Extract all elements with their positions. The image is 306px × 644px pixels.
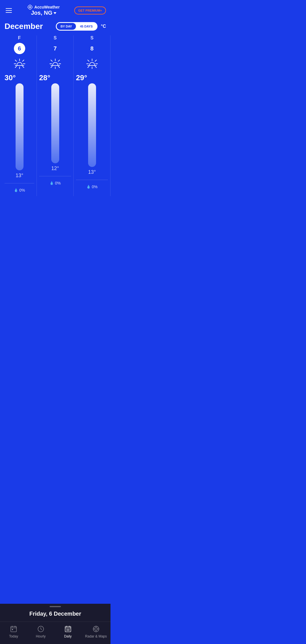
divider (76, 180, 108, 180)
temp-bar (51, 83, 59, 163)
unit-label[interactable]: °C (101, 24, 106, 29)
precip-row: 💧 0% (14, 188, 25, 192)
divider (5, 183, 34, 183)
day-number: 8 (86, 43, 98, 54)
accuweather-logo-icon (27, 5, 33, 10)
precip-value: 0% (92, 185, 97, 189)
header: AccuWeather Jos, NG GET PREMIUM+ (0, 0, 110, 20)
precip-value: 0% (19, 188, 25, 192)
svg-line-12 (22, 60, 24, 62)
temp-low: 13° (16, 173, 23, 179)
weather-icon (49, 59, 61, 69)
temp-high: 28° (39, 73, 50, 82)
view-toggle: BY DAY 45 DAYS (56, 22, 97, 31)
calendar-grid: F 6 30° 13° (0, 35, 110, 196)
location-text: Jos, NG (31, 10, 52, 16)
month-title: December (5, 22, 43, 31)
day-name: F (18, 35, 21, 41)
location-selector[interactable]: Jos, NG (31, 10, 56, 16)
rain-drop-icon: 💧 (86, 185, 91, 189)
premium-button[interactable]: GET PREMIUM+ (74, 7, 106, 14)
weather-icon-container (13, 59, 26, 70)
day-col[interactable]: F 6 30° 13° (0, 35, 37, 196)
temp-high: 29° (76, 73, 87, 82)
controls-right: BY DAY 45 DAYS °C (56, 22, 106, 31)
by-day-toggle[interactable]: BY DAY (57, 23, 76, 30)
rain-drop-icon: 💧 (50, 181, 54, 185)
rain-drop-icon: 💧 (14, 188, 18, 192)
weather-icon (13, 59, 26, 69)
svg-line-22 (58, 66, 60, 68)
day-col[interactable]: S 8 29° 13° (74, 35, 110, 196)
divider (39, 176, 71, 176)
chevron-down-icon (54, 12, 56, 14)
day-col-inner: F 6 30° 13° (5, 35, 34, 192)
svg-line-35 (88, 66, 89, 68)
svg-line-21 (51, 60, 52, 62)
precip-row: 💧 0% (86, 185, 97, 189)
day-col[interactable]: S 7 28° 12° (37, 35, 74, 196)
svg-point-1 (29, 6, 31, 8)
day-name: S (90, 35, 94, 41)
weather-icon-container (86, 59, 98, 70)
header-center: AccuWeather Jos, NG (27, 5, 60, 16)
controls-row: December BY DAY 45 DAYS °C (0, 20, 110, 35)
day-col-inner: S 8 29° 13° (76, 35, 108, 189)
temp-bar (88, 83, 96, 167)
svg-line-13 (15, 66, 17, 68)
precip-row: 💧 0% (50, 181, 61, 185)
svg-line-10 (15, 60, 17, 62)
weather-icon (86, 59, 98, 69)
svg-line-23 (58, 60, 60, 62)
temp-low: 13° (88, 169, 96, 175)
day-number: 7 (50, 43, 61, 54)
menu-button[interactable] (5, 7, 13, 14)
weather-icon-container (49, 59, 61, 70)
day-name: S (54, 35, 57, 41)
precip-value: 0% (55, 181, 61, 185)
45-days-toggle[interactable]: 45 DAYS (76, 23, 97, 30)
temp-bar (16, 83, 24, 170)
calendar-scroll: F 6 30° 13° (0, 35, 110, 198)
svg-line-34 (95, 60, 97, 62)
day-number: 6 (14, 43, 25, 54)
temp-high: 30° (5, 73, 16, 82)
svg-line-11 (22, 66, 24, 68)
svg-line-32 (88, 60, 89, 62)
logo-row: AccuWeather (27, 5, 60, 10)
day-col-inner: S 7 28° 12° (39, 35, 71, 185)
svg-line-33 (95, 66, 97, 68)
temp-low: 12° (51, 166, 59, 171)
logo-text: AccuWeather (34, 5, 60, 9)
svg-line-24 (51, 66, 52, 68)
